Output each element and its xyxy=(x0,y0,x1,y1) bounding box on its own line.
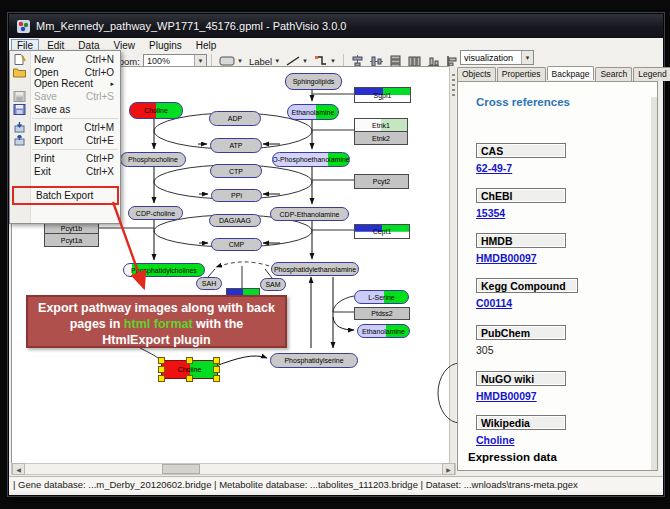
xref-header[interactable]: PubChem xyxy=(476,325,566,340)
pathway-node-cdp-choline[interactable]: CDP-choline xyxy=(128,206,183,220)
tab-backpage[interactable]: Backpage xyxy=(547,66,595,80)
pathway-node-phosphatidylserine[interactable]: Phosphatidylserine xyxy=(270,353,358,368)
pathway-node-pcyt2[interactable]: Pcyt2 xyxy=(354,174,409,189)
scrollbar-thumb[interactable] xyxy=(162,464,200,474)
submenu-arrow-icon: ▸ xyxy=(110,80,114,88)
pathway-node-phosphatidylcholines[interactable]: Phosphatidylcholines xyxy=(123,263,205,277)
pathway-node-cdp-ethanolamine[interactable]: CDP-Ethanolamine xyxy=(270,207,349,221)
selection-handle[interactable] xyxy=(158,366,165,373)
pathway-node-cmp[interactable]: CMP xyxy=(211,238,262,251)
backpage-panel[interactable]: Cross references CAS 62-49-7 ChEBI 15354… xyxy=(457,81,658,471)
pathway-node-ethanolamine[interactable]: Ethanolamine xyxy=(287,104,339,120)
visualization-combobox[interactable]: visualization ▼ xyxy=(460,50,534,65)
tab-search[interactable]: Search xyxy=(595,67,632,81)
xref-link[interactable]: Choline xyxy=(476,434,515,446)
selection-handle[interactable] xyxy=(186,375,193,382)
pathway-node-ptdss2[interactable]: Ptdss2 xyxy=(354,307,410,320)
save-as-icon xyxy=(13,104,26,115)
xref-link[interactable]: HMDB00097 xyxy=(476,390,537,402)
pathway-node-phosphocholine[interactable]: Phosphocholine xyxy=(120,152,186,167)
menu-item-print[interactable]: PrintCtrl+P xyxy=(10,152,120,165)
pathway-node-etnk2[interactable]: Etnk2 xyxy=(354,131,408,145)
xref-header[interactable]: ChEBI xyxy=(476,188,566,203)
pathway-node-ctp[interactable]: CTP xyxy=(210,164,262,178)
file-menu-popup: NewCtrl+N OpenCtrl+O Open Recent▸ SaveCt… xyxy=(9,50,121,224)
pathway-node-sah[interactable]: SAH xyxy=(196,277,222,290)
xref-section-wikipedia: Wikipedia Choline xyxy=(476,415,626,430)
chevron-down-icon[interactable]: ▼ xyxy=(521,51,533,64)
xref-section-chebi: ChEBI 15354 xyxy=(476,188,626,203)
pathway-node-ppi[interactable]: PPi xyxy=(211,189,262,202)
xref-header[interactable]: HMDB xyxy=(476,233,566,248)
xref-link[interactable]: 15354 xyxy=(476,207,505,219)
pathway-node-phosphatidylethanolamine[interactable]: Phosphatidylethanolamine xyxy=(271,262,359,276)
pathway-node-sphingolipids[interactable]: Sphingolipids xyxy=(285,73,342,90)
pathway-node-o-phosphoethanolamine[interactable]: O-Phosphoethanolamine xyxy=(272,152,350,167)
xref-section-kegg: Kegg Compound C00114 xyxy=(476,278,626,293)
selection-handle[interactable] xyxy=(158,357,165,364)
title-bar[interactable]: Mm_Kennedy_pathway_WP1771_45176.gpml - P… xyxy=(9,14,663,38)
label-tool-text: Label xyxy=(249,56,272,67)
batch-export-highlight-box: Batch Export xyxy=(12,186,119,205)
app-icon xyxy=(17,20,30,33)
xref-section-pubchem: PubChem 305 xyxy=(476,325,626,340)
selection-handle[interactable] xyxy=(186,357,193,364)
xref-header[interactable]: NuGO wiki xyxy=(476,371,566,386)
scroll-left-icon[interactable]: ◀ xyxy=(12,463,25,475)
side-panel: Objects Properties Backpage Search Legen… xyxy=(456,66,663,476)
new-document-icon xyxy=(13,54,26,65)
pathvisio-window: Mm_Kennedy_pathway_WP1771_45176.gpml - P… xyxy=(8,13,664,496)
menu-plugins[interactable]: Plugins xyxy=(143,39,188,52)
pathway-node-l-serine[interactable]: L-Serine xyxy=(354,290,409,304)
cross-references-heading: Cross references xyxy=(476,96,570,108)
menu-item-import[interactable]: ImportCtrl+M xyxy=(10,121,120,134)
status-text: | Gene database: ...m_Derby_20120602.bri… xyxy=(13,479,578,490)
xref-header[interactable]: CAS xyxy=(476,143,566,158)
pathway-node-cept1[interactable]: Cept1 xyxy=(354,224,410,239)
xref-header[interactable]: Wikipedia xyxy=(476,415,566,430)
annotation-line1: Export pathway images along with back xyxy=(28,300,285,316)
pathway-node-pcyt1a[interactable]: Pcyt1a xyxy=(44,233,99,247)
panel-scrollbar[interactable] xyxy=(651,97,657,471)
menu-item-exit[interactable]: ExitCtrl+X xyxy=(10,165,120,178)
horizontal-scrollbar[interactable]: ◀ ▶ xyxy=(11,463,456,475)
selection-handle[interactable] xyxy=(213,366,220,373)
menu-item-batch-export[interactable]: Batch Export xyxy=(36,190,93,201)
menu-separator xyxy=(32,118,118,119)
side-panel-tabs: Objects Properties Backpage Search Legen… xyxy=(457,67,670,81)
pathway-node-choline[interactable]: Choline xyxy=(129,102,183,119)
visualization-value: visualization xyxy=(461,53,521,63)
pathway-node-atp[interactable]: ATP xyxy=(210,138,262,153)
tab-objects[interactable]: Objects xyxy=(457,67,496,81)
selection-handle[interactable] xyxy=(213,375,220,382)
pathway-node-sam[interactable]: SAM xyxy=(260,278,286,291)
menu-help[interactable]: Help xyxy=(190,39,223,52)
xref-link[interactable]: C00114 xyxy=(476,297,512,309)
xref-section-nugo: NuGO wiki HMDB00097 xyxy=(476,371,626,386)
menu-item-export[interactable]: ExportCtrl+E xyxy=(10,134,120,147)
tab-properties[interactable]: Properties xyxy=(497,67,546,81)
scroll-right-icon[interactable]: ▶ xyxy=(442,463,455,475)
menu-separator xyxy=(32,149,118,150)
menu-item-save-as[interactable]: Save as xyxy=(10,103,120,116)
pathway-node-ethanolamine-2[interactable]: Ethanolamine xyxy=(357,324,410,338)
xref-link[interactable]: 62-49-7 xyxy=(476,162,512,174)
tab-legend[interactable]: Legend xyxy=(633,67,670,81)
pathway-node-sgpl1[interactable]: Sgpl1 xyxy=(354,87,411,103)
menu-item-new[interactable]: NewCtrl+N xyxy=(10,53,120,66)
pathway-node-adp[interactable]: ADP xyxy=(209,111,261,126)
window-title: Mm_Kennedy_pathway_WP1771_45176.gpml - P… xyxy=(36,20,346,32)
selection-handle[interactable] xyxy=(158,375,165,382)
annotation-callout: Export pathway images along with back pa… xyxy=(26,295,287,348)
xref-header[interactable]: Kegg Compound xyxy=(476,278,578,293)
expression-data-heading: Expression data xyxy=(468,451,557,463)
annotation-line2: pages in html format with the xyxy=(28,316,285,332)
save-icon xyxy=(13,91,26,102)
xref-link[interactable]: HMDB00097 xyxy=(476,252,537,264)
pathway-node-dag-aag[interactable]: DAG/AAG xyxy=(209,214,261,227)
annotation-highlight: html format xyxy=(124,317,193,331)
selection-handle[interactable] xyxy=(213,357,220,364)
menu-item-open-recent[interactable]: Open Recent▸ xyxy=(10,77,120,90)
zoom-value: 100% xyxy=(144,56,194,66)
menu-item-save: SaveCtrl+S xyxy=(10,90,120,103)
